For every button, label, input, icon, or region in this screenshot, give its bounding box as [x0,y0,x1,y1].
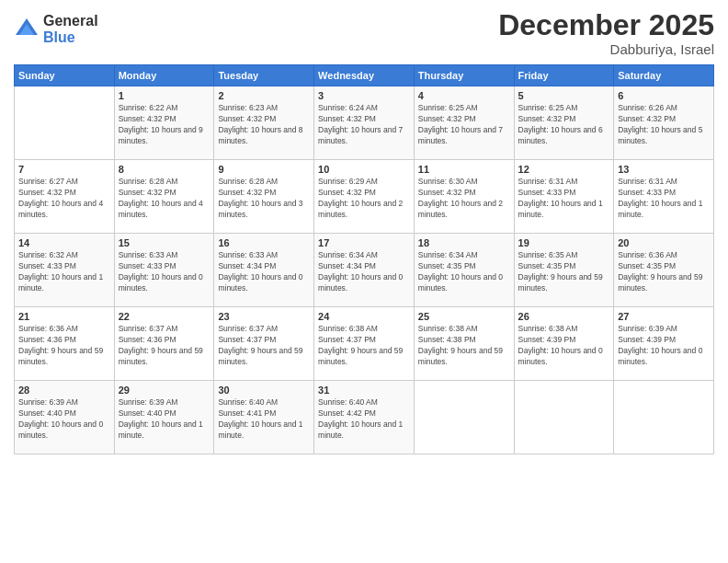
header: General Blue December 2025 Dabburiya, Is… [14,9,714,57]
calendar-cell: 22Sunrise: 6:37 AMSunset: 4:36 PMDayligh… [114,307,214,381]
day-info: Sunrise: 6:38 AMSunset: 4:39 PMDaylight:… [518,324,610,368]
calendar-cell: 1Sunrise: 6:22 AMSunset: 4:32 PMDaylight… [114,86,214,160]
day-number: 5 [518,90,610,101]
logo: General Blue [14,13,98,45]
day-number: 12 [518,164,610,175]
col-saturday: Saturday [614,65,714,86]
calendar-cell: 11Sunrise: 6:30 AMSunset: 4:32 PMDayligh… [414,160,514,234]
day-info: Sunrise: 6:36 AMSunset: 4:36 PMDaylight:… [18,324,110,368]
day-info: Sunrise: 6:33 AMSunset: 4:34 PMDaylight:… [218,250,310,294]
day-number: 21 [18,311,110,322]
calendar-cell: 25Sunrise: 6:38 AMSunset: 4:38 PMDayligh… [414,307,514,381]
day-number: 11 [418,164,510,175]
day-info: Sunrise: 6:26 AMSunset: 4:32 PMDaylight:… [618,103,710,147]
calendar-cell: 10Sunrise: 6:29 AMSunset: 4:32 PMDayligh… [314,160,415,234]
day-number: 10 [318,164,410,175]
day-number: 22 [119,311,210,322]
day-number: 9 [218,164,310,175]
day-number: 25 [418,311,510,322]
calendar-week-row: 21Sunrise: 6:36 AMSunset: 4:36 PMDayligh… [15,307,714,381]
calendar-cell [514,381,614,454]
day-info: Sunrise: 6:24 AMSunset: 4:32 PMDaylight:… [318,103,410,147]
calendar-cell: 6Sunrise: 6:26 AMSunset: 4:32 PMDaylight… [614,86,714,160]
calendar-cell: 2Sunrise: 6:23 AMSunset: 4:32 PMDaylight… [214,86,314,160]
calendar-cell: 28Sunrise: 6:39 AMSunset: 4:40 PMDayligh… [15,381,115,454]
day-number: 15 [119,237,210,248]
col-sunday: Sunday [15,65,115,86]
calendar-cell: 30Sunrise: 6:40 AMSunset: 4:41 PMDayligh… [214,381,314,454]
day-number: 20 [618,237,710,248]
calendar-week-row: 28Sunrise: 6:39 AMSunset: 4:40 PMDayligh… [15,381,714,454]
day-info: Sunrise: 6:27 AMSunset: 4:32 PMDaylight:… [18,177,110,221]
day-info: Sunrise: 6:28 AMSunset: 4:32 PMDaylight:… [119,177,210,221]
calendar-cell: 7Sunrise: 6:27 AMSunset: 4:32 PMDaylight… [15,160,115,234]
day-number: 17 [318,237,410,248]
day-number: 31 [318,385,410,396]
day-info: Sunrise: 6:30 AMSunset: 4:32 PMDaylight:… [418,177,510,221]
calendar-cell: 26Sunrise: 6:38 AMSunset: 4:39 PMDayligh… [514,307,614,381]
day-number: 24 [318,311,410,322]
day-number: 1 [119,90,210,101]
logo-blue: Blue [43,29,98,46]
day-number: 26 [518,311,610,322]
calendar-cell: 9Sunrise: 6:28 AMSunset: 4:32 PMDaylight… [214,160,314,234]
calendar-cell [614,381,714,454]
calendar-cell: 4Sunrise: 6:25 AMSunset: 4:32 PMDaylight… [414,86,514,160]
day-info: Sunrise: 6:38 AMSunset: 4:37 PMDaylight:… [318,324,410,368]
day-info: Sunrise: 6:32 AMSunset: 4:33 PMDaylight:… [18,250,110,294]
day-info: Sunrise: 6:39 AMSunset: 4:40 PMDaylight:… [18,397,110,442]
calendar-cell: 31Sunrise: 6:40 AMSunset: 4:42 PMDayligh… [314,381,415,454]
day-number: 29 [119,385,210,396]
calendar-week-row: 14Sunrise: 6:32 AMSunset: 4:33 PMDayligh… [15,234,714,307]
day-number: 7 [18,164,110,175]
day-number: 13 [618,164,710,175]
calendar-cell: 29Sunrise: 6:39 AMSunset: 4:40 PMDayligh… [114,381,214,454]
logo-icon [14,17,40,42]
calendar-cell: 24Sunrise: 6:38 AMSunset: 4:37 PMDayligh… [314,307,415,381]
day-info: Sunrise: 6:38 AMSunset: 4:38 PMDaylight:… [418,324,510,368]
day-number: 8 [119,164,210,175]
calendar-week-row: 7Sunrise: 6:27 AMSunset: 4:32 PMDaylight… [15,160,714,234]
day-info: Sunrise: 6:29 AMSunset: 4:32 PMDaylight:… [318,177,410,221]
col-thursday: Thursday [414,65,514,86]
day-number: 19 [518,237,610,248]
calendar-cell: 15Sunrise: 6:33 AMSunset: 4:33 PMDayligh… [114,234,214,307]
calendar-cell: 27Sunrise: 6:39 AMSunset: 4:39 PMDayligh… [614,307,714,381]
col-monday: Monday [114,65,214,86]
day-info: Sunrise: 6:40 AMSunset: 4:42 PMDaylight:… [318,397,410,442]
day-info: Sunrise: 6:31 AMSunset: 4:33 PMDaylight:… [518,177,610,221]
calendar-cell: 8Sunrise: 6:28 AMSunset: 4:32 PMDaylight… [114,160,214,234]
day-info: Sunrise: 6:23 AMSunset: 4:32 PMDaylight:… [218,103,310,147]
calendar-cell: 5Sunrise: 6:25 AMSunset: 4:32 PMDaylight… [514,86,614,160]
day-number: 27 [618,311,710,322]
day-info: Sunrise: 6:35 AMSunset: 4:35 PMDaylight:… [518,250,610,294]
day-info: Sunrise: 6:25 AMSunset: 4:32 PMDaylight:… [518,103,610,147]
day-info: Sunrise: 6:33 AMSunset: 4:33 PMDaylight:… [119,250,210,294]
calendar-week-row: 1Sunrise: 6:22 AMSunset: 4:32 PMDaylight… [15,86,714,160]
day-info: Sunrise: 6:25 AMSunset: 4:32 PMDaylight:… [418,103,510,147]
day-info: Sunrise: 6:39 AMSunset: 4:40 PMDaylight:… [119,397,210,442]
day-info: Sunrise: 6:37 AMSunset: 4:37 PMDaylight:… [218,324,310,368]
day-info: Sunrise: 6:39 AMSunset: 4:39 PMDaylight:… [618,324,710,368]
logo-general: General [43,13,98,29]
day-info: Sunrise: 6:40 AMSunset: 4:41 PMDaylight:… [218,397,310,442]
day-number: 30 [218,385,310,396]
location-title: Dabburiya, Israel [498,41,714,57]
title-block: December 2025 Dabburiya, Israel [498,9,714,57]
month-title: December 2025 [498,9,714,41]
day-info: Sunrise: 6:28 AMSunset: 4:32 PMDaylight:… [218,177,310,221]
calendar-cell: 20Sunrise: 6:36 AMSunset: 4:35 PMDayligh… [614,234,714,307]
day-info: Sunrise: 6:22 AMSunset: 4:32 PMDaylight:… [119,103,210,147]
day-info: Sunrise: 6:36 AMSunset: 4:35 PMDaylight:… [618,250,710,294]
calendar-cell: 14Sunrise: 6:32 AMSunset: 4:33 PMDayligh… [15,234,115,307]
calendar-cell: 17Sunrise: 6:34 AMSunset: 4:34 PMDayligh… [314,234,415,307]
logo-text: General Blue [43,13,98,45]
day-number: 3 [318,90,410,101]
calendar-table: Sunday Monday Tuesday Wednesday Thursday… [14,64,714,454]
col-friday: Friday [514,65,614,86]
calendar-cell: 19Sunrise: 6:35 AMSunset: 4:35 PMDayligh… [514,234,614,307]
day-info: Sunrise: 6:31 AMSunset: 4:33 PMDaylight:… [618,177,710,221]
day-number: 4 [418,90,510,101]
day-info: Sunrise: 6:34 AMSunset: 4:35 PMDaylight:… [418,250,510,294]
calendar-cell: 13Sunrise: 6:31 AMSunset: 4:33 PMDayligh… [614,160,714,234]
